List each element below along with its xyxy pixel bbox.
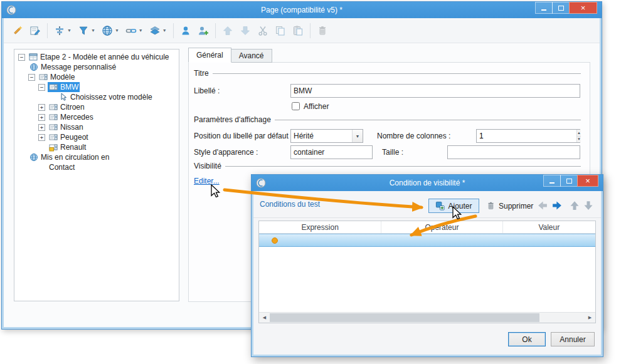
- taille-input[interactable]: [447, 145, 580, 159]
- expand-icon[interactable]: +: [38, 134, 45, 141]
- tree-item-content[interactable]: Modèle: [38, 72, 76, 82]
- tree-item-content[interactable]: Choisissez votre modèle: [58, 92, 154, 102]
- ok-button[interactable]: Ok: [508, 332, 546, 346]
- tree-item[interactable]: Message personnalisé: [14, 62, 179, 72]
- ajouter-button[interactable]: Ajouter: [428, 199, 479, 213]
- user-button[interactable]: [178, 23, 194, 39]
- tree-item[interactable]: +Nissan: [14, 122, 179, 132]
- maximize-button[interactable]: [560, 175, 578, 187]
- tree-item-content[interactable]: Mercedes: [48, 112, 95, 122]
- expand-icon[interactable]: +: [38, 114, 45, 121]
- tree-item-content[interactable]: Peugeot: [48, 132, 90, 142]
- tree-item[interactable]: +Citroen: [14, 102, 179, 112]
- group-visibilite-label: Visibilité: [194, 162, 221, 170]
- editer-link[interactable]: Editer...: [194, 177, 220, 185]
- move-right-button[interactable]: [551, 199, 563, 212]
- scrollbar-track[interactable]: [539, 313, 585, 323]
- main-toolbar: ▼▼▼▼▼: [4, 18, 600, 43]
- tree-item[interactable]: +Peugeot: [14, 132, 179, 142]
- close-button[interactable]: ×: [577, 175, 598, 187]
- scroll-right-icon[interactable]: ▶: [585, 313, 595, 323]
- chevron-down-icon[interactable]: ▼: [352, 130, 363, 142]
- tree-item[interactable]: Renault: [14, 142, 179, 152]
- field-button[interactable]: ▼: [75, 23, 98, 39]
- move-up-button[interactable]: [220, 23, 236, 39]
- tree-item[interactable]: Mis en circulation en: [14, 152, 179, 162]
- style-input[interactable]: [290, 145, 373, 159]
- tab-general[interactable]: Général: [188, 48, 231, 63]
- paste-button[interactable]: [290, 23, 306, 39]
- wand-button[interactable]: [9, 23, 26, 39]
- tree-item[interactable]: Contact: [14, 162, 179, 172]
- close-icon: ×: [581, 4, 586, 12]
- tree-item-content[interactable]: Citroen: [48, 102, 86, 112]
- tree-item[interactable]: −Modèle: [14, 72, 179, 82]
- collapse-icon[interactable]: −: [28, 74, 35, 81]
- tree-item[interactable]: −BMW: [14, 82, 179, 92]
- trash-button[interactable]: [314, 23, 331, 39]
- tree-item[interactable]: −Etape 2 - Modèle et année du véhicule: [14, 52, 179, 62]
- tree-item-content[interactable]: BMW: [48, 82, 80, 92]
- main-titlebar[interactable]: Page (compatibilité v5) * ×: [2, 2, 602, 18]
- move-up-button[interactable]: [568, 199, 581, 212]
- afficher-checkbox[interactable]: [292, 102, 300, 110]
- spin-up-icon[interactable]: ▲: [577, 130, 581, 136]
- maximize-button[interactable]: [552, 2, 570, 14]
- copy-button[interactable]: [272, 23, 289, 39]
- tree-item[interactable]: Choisissez votre modèle: [14, 92, 179, 102]
- horizontal-scrollbar[interactable]: ◀ ▶: [259, 312, 595, 323]
- move-down-button[interactable]: [582, 199, 595, 212]
- libelle-input[interactable]: [290, 84, 580, 98]
- column-header-expression[interactable]: Expression: [259, 221, 381, 233]
- tree-item-content[interactable]: Message personnalisé: [28, 62, 117, 72]
- position-combo-value: Hérité: [291, 130, 352, 142]
- scrollbar-thumb[interactable]: [270, 313, 539, 322]
- tree-item-label: Mercedes: [60, 113, 93, 122]
- column-header-valeur[interactable]: Valeur: [503, 221, 595, 233]
- tree-item-content[interactable]: Contact: [48, 162, 76, 172]
- group-affichage: Paramètres d'affichage: [194, 115, 581, 124]
- minimize-button[interactable]: [543, 175, 561, 187]
- group-rule: [225, 166, 581, 167]
- design-button[interactable]: [27, 23, 43, 39]
- libelle-label: Libellé :: [194, 86, 220, 95]
- expand-icon[interactable]: +: [38, 104, 45, 111]
- move-left-button[interactable]: [536, 199, 549, 212]
- user-add-button[interactable]: [195, 23, 211, 39]
- minimize-icon: [549, 182, 555, 184]
- supprimer-button[interactable]: Supprimer: [483, 199, 543, 213]
- supprimer-button-label: Supprimer: [499, 202, 533, 211]
- conditions-table: ExpressionOpérateurValeur ◀ ▶: [258, 221, 596, 323]
- annuler-button[interactable]: Annuler: [551, 332, 595, 346]
- colonnes-spinner[interactable]: ▲▼: [476, 129, 580, 143]
- link-button[interactable]: ▼: [123, 23, 146, 39]
- close-icon: ×: [585, 177, 590, 185]
- minimize-button[interactable]: [535, 2, 553, 14]
- user-icon: [180, 25, 191, 36]
- scroll-left-icon[interactable]: ◀: [259, 313, 270, 323]
- align-button[interactable]: ▼: [51, 23, 74, 39]
- layers-button[interactable]: ▼: [147, 23, 169, 39]
- close-button[interactable]: ×: [569, 2, 597, 14]
- tree-item-content[interactable]: Etape 2 - Modèle et année du véhicule: [28, 52, 170, 62]
- tab-avance[interactable]: Avancé: [231, 49, 272, 63]
- collapse-icon[interactable]: −: [38, 84, 45, 91]
- tree-item-content[interactable]: Mis en circulation en: [28, 152, 110, 162]
- column-header-operateur[interactable]: Opérateur: [381, 221, 502, 233]
- colonnes-label: Nombre de colonnes :: [377, 132, 450, 140]
- arrow-left-icon: [536, 199, 549, 212]
- tree-item[interactable]: +Mercedes: [14, 112, 179, 122]
- dialog-titlebar[interactable]: Condition de visibilité * ×: [252, 175, 603, 191]
- move-down-button[interactable]: [237, 23, 253, 39]
- table-row[interactable]: [259, 234, 595, 247]
- collapse-icon[interactable]: −: [18, 54, 25, 61]
- tree-item-content[interactable]: Nissan: [48, 122, 85, 132]
- tree-item-content[interactable]: Renault: [48, 142, 87, 152]
- cut-button[interactable]: [255, 23, 271, 39]
- globe-button[interactable]: ▼: [99, 23, 122, 39]
- position-combo[interactable]: Hérité ▼: [290, 129, 363, 143]
- colonnes-input[interactable]: [477, 130, 576, 142]
- wand-icon: [12, 25, 23, 36]
- spin-down-icon[interactable]: ▼: [577, 136, 581, 143]
- expand-icon[interactable]: +: [38, 124, 45, 131]
